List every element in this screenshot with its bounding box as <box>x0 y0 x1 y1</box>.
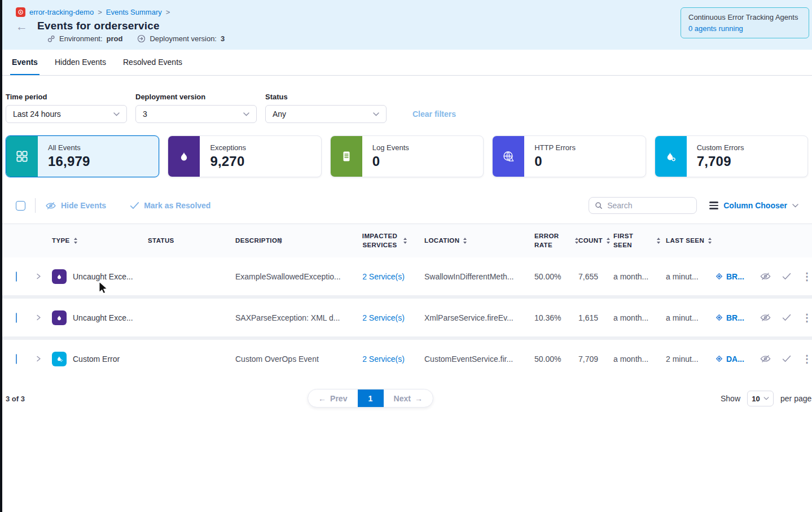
hide-events-button[interactable]: Hide Events <box>45 201 106 211</box>
card-custom-errors[interactable]: Custom Errors 7,709 <box>655 135 808 177</box>
col-header-last-seen[interactable]: LAST SEEN <box>666 237 716 246</box>
deployment-version-select[interactable]: 3 <box>135 105 257 123</box>
hide-event-icon[interactable] <box>760 354 771 364</box>
ticket-link[interactable]: BR... <box>716 272 756 281</box>
page-size-select[interactable]: 10 <box>747 391 774 406</box>
sort-icon[interactable] <box>74 238 77 244</box>
col-header-count[interactable]: COUNT <box>578 237 613 246</box>
sort-icon[interactable] <box>607 238 610 244</box>
last-seen: 2 minut... <box>666 355 716 364</box>
events-table: TYPE STATUS DESCRIPTION IMPACTED SERVICE… <box>0 224 812 378</box>
impacted-services-link[interactable]: 2 Service(s) <box>362 313 405 322</box>
exceptions-tile <box>168 136 200 177</box>
deployment-version-label: Deployment version <box>135 93 257 101</box>
mark-resolved-label: Mark as Resolved <box>144 201 210 210</box>
ticket-link[interactable]: BR... <box>716 313 756 322</box>
col-header-description[interactable]: DESCRIPTION <box>235 237 359 246</box>
select-all-checkbox[interactable] <box>16 201 25 211</box>
card-exceptions[interactable]: Exceptions 9,270 <box>168 135 321 177</box>
expand-row-button[interactable] <box>35 314 52 321</box>
resolve-event-icon[interactable] <box>782 314 791 321</box>
all-events-tile <box>6 136 38 177</box>
environment-meta: Environment: prod <box>47 34 122 43</box>
col-header-status[interactable]: STATUS <box>148 237 235 246</box>
environment-icon <box>47 34 55 43</box>
card-all-events[interactable]: All Events 16,979 <box>6 135 159 177</box>
search-input[interactable] <box>607 201 691 210</box>
document-icon <box>340 150 353 163</box>
col-header-impacted-services[interactable]: IMPACTED SERVICES <box>359 232 407 250</box>
tab-hidden-events[interactable]: Hidden Events <box>53 50 108 75</box>
row-menu-icon[interactable]: ⋮ <box>802 354 812 364</box>
expand-row-button[interactable] <box>35 355 52 362</box>
error-rate: 10.36% <box>526 313 578 322</box>
card-value: 9,270 <box>210 154 246 169</box>
per-page-label: per page <box>780 394 811 403</box>
col-header-location[interactable]: LOCATION <box>407 237 526 246</box>
time-period-select[interactable]: Last 24 hours <box>6 105 127 123</box>
agents-status-card: Continuous Error Tracking Agents 0 agent… <box>681 7 809 38</box>
column-chooser-label: Column Chooser <box>723 201 787 210</box>
column-chooser-button[interactable]: Column Chooser <box>709 201 798 210</box>
sort-icon[interactable] <box>657 238 660 244</box>
mark-resolved-button[interactable]: Mark as Resolved <box>130 201 210 210</box>
row-checkbox[interactable] <box>16 272 17 282</box>
ticket-id: DA... <box>726 355 744 364</box>
row-menu-icon[interactable]: ⋮ <box>802 313 812 323</box>
sort-icon[interactable] <box>279 238 282 244</box>
breadcrumb-separator: > <box>98 8 102 16</box>
hide-event-icon[interactable] <box>760 272 771 281</box>
col-header-error-rate[interactable]: ERROR RATE <box>526 232 578 250</box>
card-label: All Events <box>48 143 90 152</box>
col-header-first-seen[interactable]: FIRST SEEN <box>613 232 666 250</box>
row-checkbox[interactable] <box>16 313 17 323</box>
impacted-services-link[interactable]: 2 Service(s) <box>362 272 405 281</box>
clear-filters-button[interactable]: Clear filters <box>412 110 456 119</box>
next-page-button[interactable]: Next→ <box>384 390 433 407</box>
sort-icon[interactable] <box>463 238 467 244</box>
first-seen: a month... <box>613 313 666 322</box>
prev-page-button[interactable]: ←Prev <box>308 390 358 407</box>
resolve-event-icon[interactable] <box>782 273 791 280</box>
expand-row-button[interactable] <box>35 273 52 280</box>
status-select[interactable]: Any <box>265 105 387 123</box>
event-description: SAXParseException: XML d... <box>235 313 359 322</box>
hide-events-label: Hide Events <box>61 201 106 210</box>
summary-cards: All Events 16,979 Exceptions 9,270 Log E… <box>6 135 808 177</box>
sort-icon[interactable] <box>708 238 712 244</box>
back-arrow-icon[interactable]: ← <box>16 20 28 32</box>
search-icon <box>595 201 603 210</box>
flame-icon <box>177 150 191 163</box>
error-rate: 50.00% <box>526 272 578 281</box>
breadcrumb-section-link[interactable]: Events Summary <box>106 8 162 16</box>
hide-event-icon[interactable] <box>760 313 771 322</box>
page-number-button[interactable]: 1 <box>358 390 384 407</box>
col-header-type[interactable]: TYPE <box>52 237 148 246</box>
next-label: Next <box>394 394 411 403</box>
ticket-link[interactable]: DA... <box>716 355 756 364</box>
error-rate: 50.00% <box>526 355 578 364</box>
agents-running-link[interactable]: 0 agents running <box>688 24 801 33</box>
arrow-right-icon: → <box>415 394 423 403</box>
first-seen: a month... <box>613 272 666 281</box>
tab-events[interactable]: Events <box>10 50 39 75</box>
deployment-meta: Deployment version: 3 <box>137 34 225 43</box>
row-checkbox[interactable] <box>16 354 17 364</box>
resolve-event-icon[interactable] <box>782 355 791 362</box>
card-label: Exceptions <box>210 143 246 152</box>
breadcrumb-project-link[interactable]: error-tracking-demo <box>29 8 94 16</box>
card-http-errors[interactable]: HTTP Errors 0 <box>492 135 646 177</box>
exception-flame-icon <box>52 310 67 325</box>
tab-resolved-events[interactable]: Resolved Events <box>121 50 184 75</box>
search-box[interactable] <box>589 197 697 214</box>
event-type: Custom Error <box>73 355 120 364</box>
page-header: error-tracking-demo > Events Summary > ←… <box>0 0 812 50</box>
card-log-events[interactable]: Log Events 0 <box>330 135 484 177</box>
chevron-down-icon <box>792 204 798 208</box>
time-period-label: Time period <box>6 93 127 101</box>
event-type: Uncaught Exce... <box>73 272 133 281</box>
agents-title: Continuous Error Tracking Agents <box>688 13 801 21</box>
impacted-services-link[interactable]: 2 Service(s) <box>362 355 405 364</box>
row-menu-icon[interactable]: ⋮ <box>802 272 812 282</box>
sort-icon[interactable] <box>403 238 407 244</box>
